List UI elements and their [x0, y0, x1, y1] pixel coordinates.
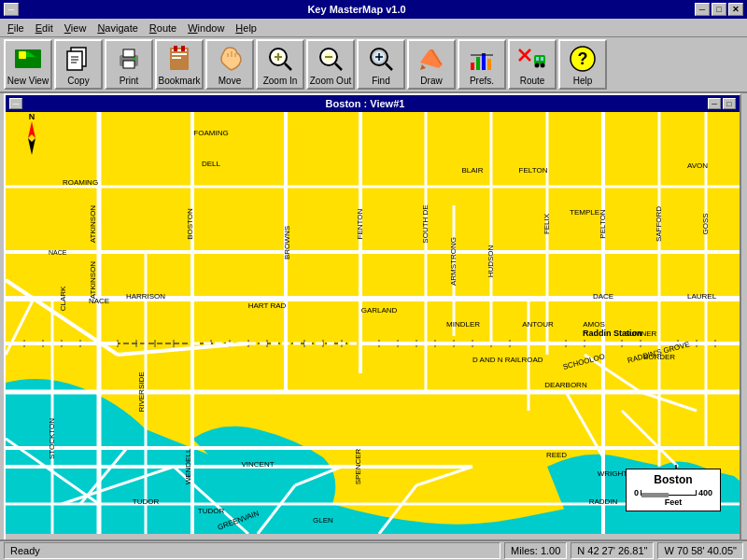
- svg-text:ATKINSON: ATKINSON: [89, 205, 97, 244]
- svg-rect-10: [123, 61, 134, 68]
- new-view-button[interactable]: New View: [4, 39, 52, 90]
- svg-text:SAFFORD: SAFFORD: [655, 206, 663, 242]
- help-icon: ?: [568, 44, 598, 74]
- scale-city: Boston: [634, 473, 712, 486]
- svg-text:Raddin Station: Raddin Station: [583, 329, 642, 338]
- move-icon: [215, 44, 245, 74]
- svg-text:GOSS: GOSS: [701, 213, 710, 234]
- map-maximize-button[interactable]: □: [723, 98, 736, 109]
- menu-file[interactable]: File: [2, 21, 30, 35]
- svg-text:TUDOR: TUDOR: [198, 507, 225, 515]
- svg-point-46: [535, 63, 540, 67]
- svg-text:FELTON: FELTON: [519, 166, 548, 175]
- find-button[interactable]: Find: [357, 39, 405, 90]
- app-title: Key MasterMap v1.0: [19, 4, 695, 15]
- find-icon: [366, 44, 396, 74]
- status-miles: Miles: 1.00: [504, 542, 567, 559]
- svg-text:N: N: [29, 112, 35, 121]
- svg-text:ATKINSON: ATKINSON: [89, 261, 97, 300]
- zoom-in-button[interactable]: Zoom In: [256, 39, 304, 90]
- svg-text:HARRISON: HARRISON: [126, 292, 165, 301]
- map-window: ─ Boston : View#1 ─ □: [4, 93, 741, 551]
- svg-text:?: ?: [578, 49, 588, 68]
- svg-rect-39: [476, 57, 480, 70]
- close-button[interactable]: ✕: [728, 3, 743, 16]
- svg-rect-14: [172, 53, 187, 55]
- map-canvas[interactable]: ATKINSON STOCKTON RIVERSIDE WENDELL CLAR…: [6, 112, 740, 534]
- svg-text:D AND N RAILROAD: D AND N RAILROAD: [472, 356, 543, 364]
- print-button[interactable]: Print: [105, 39, 153, 90]
- svg-rect-43: [534, 55, 545, 64]
- scale-bar: 0 400: [634, 488, 712, 497]
- menu-help[interactable]: Help: [230, 21, 262, 35]
- svg-text:VINCENT: VINCENT: [241, 460, 274, 469]
- svg-text:HUDSON: HUDSON: [486, 245, 495, 277]
- svg-rect-2: [19, 51, 26, 59]
- svg-line-24: [285, 63, 291, 70]
- svg-text:GLEN: GLEN: [313, 516, 333, 525]
- svg-text:ROAMING: ROAMING: [63, 178, 98, 187]
- map-sys-menu[interactable]: ─: [9, 98, 22, 109]
- svg-text:FENTON: FENTON: [356, 208, 364, 239]
- svg-text:DELL: DELL: [202, 160, 221, 168]
- zoom-in-label: Zoom In: [263, 76, 298, 86]
- svg-marker-36: [420, 64, 426, 70]
- scale-zero: 0: [634, 488, 639, 497]
- svg-text:WENDELL: WENDELL: [184, 448, 192, 484]
- map-win-controls: ─ □: [708, 98, 736, 109]
- help-button[interactable]: ? Help: [558, 39, 607, 90]
- copy-button[interactable]: Copy: [54, 39, 103, 90]
- sys-menu-button[interactable]: ─: [4, 3, 19, 16]
- svg-text:BROWNS: BROWNS: [283, 226, 291, 259]
- svg-text:MINDLER: MINDLER: [446, 320, 480, 329]
- status-lon: W 70 58' 40.05": [657, 542, 743, 559]
- bookmark-label: Bookmark: [158, 76, 200, 86]
- svg-text:NACE: NACE: [49, 249, 67, 256]
- map-minimize-button[interactable]: ─: [708, 98, 721, 109]
- svg-text:RIVERSIDE: RIVERSIDE: [137, 371, 146, 412]
- minimize-button[interactable]: ─: [695, 3, 710, 16]
- scale-unit: Feet: [634, 497, 712, 507]
- svg-rect-17: [181, 46, 185, 51]
- svg-marker-35: [420, 49, 443, 68]
- menu-window[interactable]: Window: [182, 21, 230, 35]
- menu-edit[interactable]: Edit: [30, 21, 59, 35]
- svg-text:FELIX: FELIX: [543, 213, 551, 234]
- svg-text:REED: REED: [546, 451, 567, 459]
- svg-rect-129: [6, 342, 118, 345]
- svg-rect-40: [482, 53, 486, 70]
- svg-point-47: [541, 63, 545, 67]
- zoom-out-button[interactable]: Zoom Out: [306, 39, 355, 90]
- zoom-out-label: Zoom Out: [310, 76, 351, 86]
- find-label: Find: [372, 76, 389, 86]
- svg-text:ANTOUR: ANTOUR: [522, 320, 554, 329]
- svg-point-11: [134, 57, 136, 60]
- new-view-label: New View: [7, 76, 49, 86]
- svg-text:HART RAD: HART RAD: [248, 301, 287, 310]
- draw-button[interactable]: Draw: [407, 39, 456, 90]
- svg-text:STOCKTON: STOCKTON: [48, 418, 56, 459]
- route-button[interactable]: Route: [508, 39, 557, 90]
- map-title-bar: ─ Boston : View#1 ─ □: [6, 95, 740, 112]
- menu-route[interactable]: Route: [144, 21, 182, 35]
- svg-text:SPENCER: SPENCER: [354, 448, 362, 484]
- svg-text:RADDIN: RADDIN: [589, 497, 618, 506]
- svg-text:NACE: NACE: [89, 297, 109, 305]
- bookmark-icon: [164, 44, 194, 74]
- svg-text:AVON: AVON: [687, 161, 708, 170]
- svg-point-25: [274, 52, 283, 62]
- prefs-label: Prefs.: [470, 76, 494, 86]
- svg-line-28: [335, 63, 342, 70]
- svg-line-31: [386, 63, 392, 70]
- help-label: Help: [573, 76, 593, 86]
- svg-rect-9: [123, 49, 134, 57]
- prefs-button[interactable]: Prefs.: [458, 39, 506, 90]
- menu-view[interactable]: View: [59, 21, 92, 35]
- route-icon: [517, 44, 547, 74]
- menu-navigate[interactable]: Navigate: [92, 21, 143, 35]
- maximize-button[interactable]: □: [712, 3, 726, 16]
- prefs-icon: [467, 44, 497, 74]
- move-button[interactable]: Move: [205, 39, 254, 90]
- svg-text:WRIGHT: WRIGHT: [598, 469, 628, 478]
- bookmark-button[interactable]: Bookmark: [155, 39, 204, 90]
